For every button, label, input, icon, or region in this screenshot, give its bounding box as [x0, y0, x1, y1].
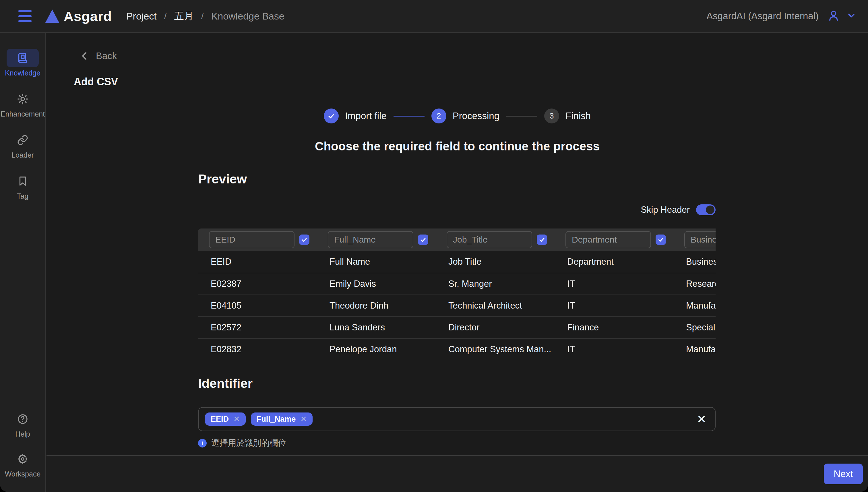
table-cell: Full Name: [329, 256, 448, 267]
column-name-input[interactable]: [209, 231, 295, 248]
identifier-hint: 選擇用於識別的欄位: [211, 438, 286, 449]
sidebar-item-label: Enhancement: [1, 110, 45, 118]
stepper: Import file 2 Processing 3 Finish: [47, 108, 868, 123]
table-cell: Business: [686, 256, 716, 267]
column-name-input[interactable]: [566, 231, 651, 248]
step-number: 2: [431, 108, 446, 123]
table-cell: Speciality: [686, 322, 716, 333]
breadcrumb-project[interactable]: Project: [126, 10, 157, 22]
column-name-input[interactable]: [328, 231, 413, 248]
chip-remove-icon[interactable]: ✕: [233, 415, 240, 424]
preview-heading: Preview: [198, 172, 716, 187]
back-button[interactable]: Back: [80, 51, 117, 62]
chip-label: Full_Name: [256, 415, 296, 424]
table-cell: Penelope Jordan: [329, 344, 448, 354]
table-cell: IT: [567, 279, 686, 289]
sidebar-item-enhancement[interactable]: Enhancement: [0, 90, 45, 118]
table-cell: Technical Architect: [448, 300, 567, 311]
sidebar-item-label: Workspace: [5, 470, 41, 478]
table-cell: Sr. Manger: [448, 279, 567, 289]
step-label: Import file: [345, 110, 387, 121]
footer-bar: Next: [47, 455, 868, 492]
step-finish: 3 Finish: [544, 108, 591, 123]
book-icon: [7, 49, 39, 67]
identifier-chip: Full_Name ✕: [251, 413, 313, 426]
sidebar-item-label: Loader: [11, 151, 34, 159]
step-import-file: Import file: [324, 108, 387, 123]
table-cell: Job Title: [448, 256, 567, 267]
headline: Choose the required field to continue th…: [47, 140, 868, 153]
sidebar-item-tag[interactable]: Tag: [0, 172, 45, 200]
triangle-logo-icon: [45, 9, 59, 23]
identifier-select[interactable]: EEID ✕ Full_Name ✕ ✕: [198, 407, 716, 431]
bookmark-icon: [7, 172, 39, 190]
breadcrumb-month[interactable]: 五月: [174, 9, 194, 23]
back-label: Back: [96, 51, 117, 62]
identifier-chip: EEID ✕: [205, 413, 246, 426]
sidebar-item-help[interactable]: Help: [0, 410, 45, 438]
chip-remove-icon[interactable]: ✕: [300, 415, 307, 424]
column-name-input[interactable]: [684, 231, 716, 248]
sidebar-item-label: Knowledge: [5, 69, 41, 77]
table-cell: Computer Systems Man...: [448, 344, 567, 354]
table-cell: E02572: [211, 322, 329, 333]
step-connector: [394, 116, 424, 117]
step-check-icon: [324, 108, 339, 123]
app-window: Asgard Project / 五月 / Knowledge Base Asg…: [0, 0, 868, 492]
table-cell: Emily Davis: [329, 279, 448, 289]
clear-all-icon[interactable]: ✕: [697, 413, 706, 425]
page-title: Add CSV: [74, 76, 868, 88]
table-cell: E02832: [211, 344, 329, 354]
step-connector: [506, 116, 537, 117]
chevron-left-icon: [80, 51, 90, 61]
user-icon[interactable]: [827, 9, 840, 23]
account-label: AsgardAI (Asgard Internal): [706, 10, 819, 22]
hamburger-menu-icon[interactable]: [17, 9, 33, 23]
step-number: 3: [544, 108, 559, 123]
column-checkbox[interactable]: [537, 235, 547, 245]
brand-logo[interactable]: Asgard: [45, 8, 112, 24]
table-cell: Research: [686, 279, 716, 289]
table-cell: IT: [567, 344, 686, 354]
sidebar-item-label: Tag: [17, 192, 28, 200]
skip-header-toggle[interactable]: [696, 204, 716, 215]
column-checkbox[interactable]: [418, 235, 428, 245]
skip-header-label: Skip Header: [641, 205, 690, 215]
step-label: Processing: [453, 110, 499, 121]
link-icon: [7, 131, 39, 149]
table-cell: Department: [567, 256, 686, 267]
topbar: Asgard Project / 五月 / Knowledge Base Asg…: [0, 0, 868, 33]
sidebar-item-knowledge[interactable]: Knowledge: [0, 49, 45, 77]
sidebar-item-label: Help: [15, 430, 30, 438]
sidebar: Knowledge Enhancement: [0, 33, 46, 492]
column-checkbox[interactable]: [299, 235, 309, 245]
step-processing: 2 Processing: [431, 108, 499, 123]
identifier-heading: Identifier: [198, 376, 716, 391]
toggle-knob: [706, 205, 714, 214]
table-row: E02572 Luna Sanders Director Finance Spe…: [198, 316, 716, 338]
info-icon: i: [198, 439, 207, 447]
sidebar-item-loader[interactable]: Loader: [0, 131, 45, 159]
breadcrumb: Project / 五月 / Knowledge Base: [126, 9, 284, 23]
preview-table: EEID Full Name Job Title Department Busi…: [198, 228, 716, 360]
gear-icon: [7, 450, 39, 468]
sun-icon: [7, 90, 39, 108]
brand-name: Asgard: [64, 8, 112, 24]
breadcrumb-separator: /: [201, 11, 204, 22]
breadcrumb-knowledge-base: Knowledge Base: [211, 10, 284, 22]
table-cell: Director: [448, 322, 567, 333]
column-checkbox[interactable]: [655, 235, 666, 245]
question-icon: [7, 410, 39, 428]
chevron-down-icon[interactable]: [846, 10, 857, 22]
table-row: EEID Full Name Job Title Department Busi…: [198, 251, 716, 273]
table-cell: Manufactu: [686, 300, 716, 311]
breadcrumb-separator: /: [164, 11, 167, 22]
table-cell: EEID: [211, 256, 329, 267]
step-label: Finish: [566, 110, 591, 121]
column-name-input[interactable]: [447, 231, 532, 248]
main-content: Back Add CSV Import file 2 Processing 3 …: [47, 33, 868, 455]
table-cell: Theodore Dinh: [329, 300, 448, 311]
table-cell: Finance: [567, 322, 686, 333]
next-button[interactable]: Next: [824, 464, 863, 484]
sidebar-item-workspace[interactable]: Workspace: [0, 450, 45, 478]
